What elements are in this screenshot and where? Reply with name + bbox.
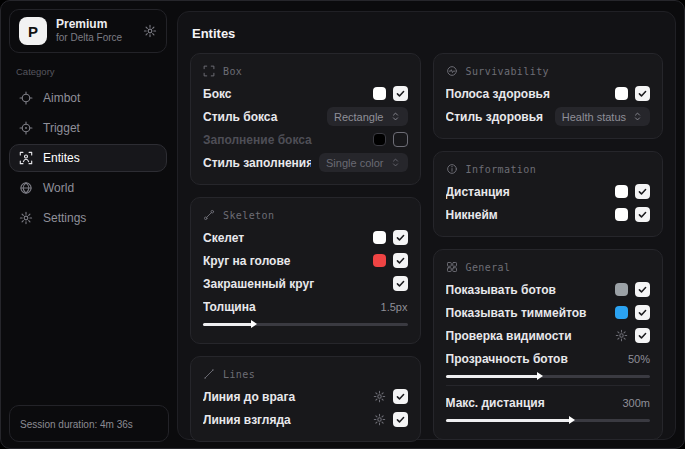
app-logo: P — [19, 17, 47, 45]
panel-header: Box — [203, 65, 408, 77]
setting-controls — [615, 328, 650, 343]
color-swatch[interactable] — [615, 208, 628, 221]
setting-controls — [615, 282, 650, 297]
color-swatch[interactable] — [615, 283, 628, 296]
panel-header: Lines — [203, 368, 408, 380]
color-swatch[interactable] — [615, 87, 628, 100]
setting-controls: Single color — [319, 153, 407, 172]
sidebar: P Premium for Delta Force Category Aimbo… — [1, 1, 175, 448]
checkbox[interactable] — [393, 132, 408, 147]
sidebar-item-label: Aimbot — [43, 91, 80, 105]
gear-icon[interactable] — [615, 329, 628, 342]
setting-controls — [373, 389, 408, 404]
brand-subtitle: for Delta Force — [56, 32, 122, 45]
color-swatch[interactable] — [373, 254, 386, 267]
brand-text: Premium for Delta Force — [56, 17, 122, 45]
setting-controls: Rectangle — [327, 107, 408, 126]
checkbox[interactable] — [393, 412, 408, 427]
sidebar-item-label: Trigget — [43, 121, 80, 135]
slider-thumb[interactable] — [569, 416, 575, 424]
setting-controls — [615, 86, 650, 101]
dropdown[interactable]: Rectangle — [327, 107, 408, 126]
panel-columns: BoxБоксСтиль боксаRectangleЗаполнение бо… — [190, 53, 663, 449]
setting-controls — [373, 86, 408, 101]
color-swatch[interactable] — [373, 133, 386, 146]
setting-controls — [615, 207, 650, 222]
setting-label: Скелет — [203, 231, 365, 245]
setting-label: Круг на голове — [203, 254, 365, 268]
setting-row: Линия до врага — [203, 385, 408, 408]
gear-icon[interactable] — [373, 413, 386, 426]
setting-row: Проверка видимости — [446, 324, 651, 347]
checkbox[interactable] — [635, 328, 650, 343]
setting-row: Показывать тиммейтов — [446, 301, 651, 324]
slider[interactable] — [446, 419, 651, 422]
panel-header: Information — [446, 163, 651, 175]
page-title: Entites — [192, 26, 663, 41]
setting-controls — [615, 305, 650, 320]
app-window: P Premium for Delta Force Category Aimbo… — [0, 0, 685, 449]
setting-value: 50% — [628, 353, 650, 365]
dropdown-value: Health status — [562, 111, 626, 123]
color-swatch[interactable] — [615, 185, 628, 198]
setting-controls — [393, 276, 408, 291]
gear-icon[interactable] — [143, 24, 157, 38]
checkbox[interactable] — [393, 276, 408, 291]
checkbox[interactable] — [635, 207, 650, 222]
slider-thumb[interactable] — [251, 320, 257, 328]
slider[interactable] — [446, 375, 651, 378]
setting-row: Макс. дистанция300m — [446, 391, 651, 414]
setting-row: Прозрачность ботов50% — [446, 347, 651, 370]
slider-thumb[interactable] — [537, 372, 543, 380]
setting-label: Стиль заполнения — [203, 156, 311, 170]
color-swatch[interactable] — [373, 231, 386, 244]
setting-value: 300m — [622, 397, 650, 409]
checkbox[interactable] — [635, 282, 650, 297]
setting-label: Стиль бокса — [203, 110, 319, 124]
line-icon — [203, 368, 215, 380]
sidebar-item-trigget[interactable]: Trigget — [9, 114, 167, 142]
gear-icon[interactable] — [373, 390, 386, 403]
setting-label: Проверка видимости — [446, 329, 608, 343]
dropdown[interactable]: Health status — [555, 107, 650, 126]
setting-label: Линия до врага — [203, 390, 365, 404]
sidebar-item-settings[interactable]: Settings — [9, 204, 167, 232]
globe-icon — [19, 181, 33, 195]
checkbox[interactable] — [393, 86, 408, 101]
color-swatch[interactable] — [615, 306, 628, 319]
sidebar-item-label: Entites — [43, 151, 80, 165]
checkbox[interactable] — [635, 305, 650, 320]
setting-controls — [373, 230, 408, 245]
checkbox[interactable] — [393, 230, 408, 245]
slider[interactable] — [203, 323, 408, 326]
panel-title: Skeleton — [223, 210, 274, 221]
setting-label: Линия взгляда — [203, 413, 365, 427]
target-icon — [19, 121, 33, 135]
info-icon — [446, 163, 458, 175]
checkbox[interactable] — [393, 389, 408, 404]
checkbox[interactable] — [635, 184, 650, 199]
panel-title: Box — [223, 66, 242, 77]
dropdown[interactable]: Single color — [319, 153, 407, 172]
setting-row: Заполнение бокса — [203, 128, 408, 151]
main-panel: Entites BoxБоксСтиль боксаRectangleЗапол… — [177, 11, 676, 440]
checkbox[interactable] — [393, 253, 408, 268]
chevrons-up-down-icon — [390, 157, 401, 168]
session-duration: Session duration: 4m 36s — [9, 405, 169, 442]
checkbox[interactable] — [635, 86, 650, 101]
scan-icon — [203, 65, 215, 77]
setting-label: Дистанция — [446, 185, 608, 199]
setting-label: Толщина — [203, 300, 373, 314]
gear-icon — [19, 211, 33, 225]
sidebar-item-world[interactable]: World — [9, 174, 167, 202]
sidebar-item-entites[interactable]: Entites — [9, 144, 167, 172]
panel-lines: LinesЛиния до врагаЛиния взгляда — [190, 356, 421, 442]
setting-controls — [373, 412, 408, 427]
setting-label: Показывать тиммейтов — [446, 306, 608, 320]
setting-controls: Health status — [555, 107, 650, 126]
color-swatch[interactable] — [373, 87, 386, 100]
panel-title: Survivability — [466, 66, 549, 77]
panel-information: InformationДистанцияНикнейм — [433, 151, 664, 237]
chevrons-up-down-icon — [632, 111, 643, 122]
sidebar-item-aimbot[interactable]: Aimbot — [9, 84, 167, 112]
